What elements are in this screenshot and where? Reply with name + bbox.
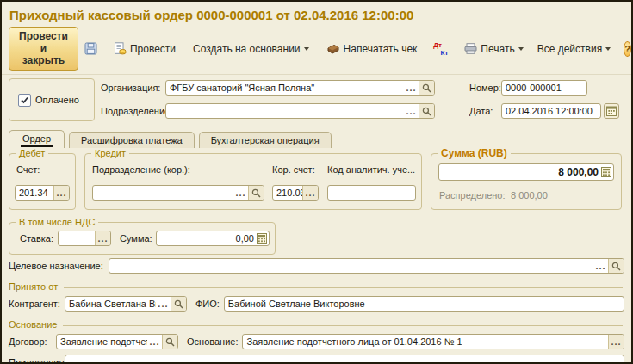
create-based-on-label: Создать на основании	[193, 43, 301, 55]
dt-kt-button[interactable]: Дт Кт	[430, 40, 451, 59]
amount-field[interactable]: 8 000,00	[438, 163, 614, 181]
credit-department-field[interactable]: ...	[92, 185, 264, 201]
calculator-icon	[257, 233, 267, 244]
choose-ellipsis-button[interactable]: ...	[95, 231, 110, 245]
sum-group: Сумма (RUB) 8 000,00 Распределено: 8 000…	[431, 153, 622, 210]
chevron-down-icon	[518, 47, 524, 53]
help-button[interactable]: ?	[624, 41, 631, 57]
choose-ellipsis-button[interactable]: ...	[156, 297, 171, 311]
magnifier-icon-button[interactable]	[162, 335, 177, 349]
distributed-label: Распределено:	[439, 190, 506, 201]
counterparty-label: Контрагент:	[9, 299, 60, 309]
basis-field[interactable]: Заявление подотчетного лица от 01.04.201…	[242, 334, 624, 349]
calendar-icon-button[interactable]	[604, 103, 619, 119]
basis-section-header: Основание	[9, 319, 624, 330]
basis-title: Основание	[9, 319, 57, 330]
fio-field[interactable]: Бабиной Светлане Викторовне	[224, 296, 624, 312]
counterparty-field[interactable]: Бабина Светлана Викторовна ...	[65, 296, 187, 312]
chevron-down-icon	[605, 47, 611, 53]
post-button-label: Провести	[130, 43, 176, 55]
debit-credit-icon: Дт Кт	[433, 42, 448, 56]
magnifier-icon	[174, 299, 183, 309]
magnifier-icon-button[interactable]	[419, 104, 434, 118]
document-header: Оплачено Организация: ФГБУ санаторий "Яс…	[2, 75, 631, 126]
post-button[interactable]: Провести	[109, 40, 180, 58]
order-tab-content: Дебет Счет: 201.34 ... Кредит Подразделе…	[2, 148, 631, 364]
choose-ellipsis-button[interactable]: ...	[53, 186, 69, 200]
credit-group-title: Кредит	[91, 148, 129, 158]
accepted-from-title: Принято от	[9, 281, 58, 292]
distributed-value: 8 000,00	[511, 190, 548, 201]
choose-ellipsis-button[interactable]: ...	[608, 335, 624, 349]
purpose-row: Целевое назначение: ...	[9, 258, 624, 274]
contract-field[interactable]: Заявление подотчетного лица от ...	[56, 334, 178, 349]
choose-ellipsis-button[interactable]: ...	[593, 259, 608, 273]
purpose-field[interactable]: ...	[109, 258, 624, 274]
date-field[interactable]: 02.04.2016 12:00:00	[501, 103, 601, 119]
basis-label: Основание:	[187, 336, 238, 347]
credit-department-label: Подразделение (кор.):	[92, 164, 190, 175]
accepted-from-section-header: Принято от	[9, 281, 624, 292]
analytic-code-field[interactable]	[327, 185, 416, 201]
create-based-on-button[interactable]: Создать на основании	[189, 40, 313, 58]
vat-group-title: В том числе НДС	[16, 217, 98, 227]
tab-order[interactable]: Ордер	[9, 130, 65, 148]
paid-checkbox-label: Оплачено	[35, 95, 79, 105]
fiscal-register-icon	[326, 43, 340, 54]
vat-sum-label: Сумма:	[120, 233, 152, 244]
debit-account-field[interactable]: 201.34 ...	[15, 185, 70, 201]
magnifier-icon	[422, 83, 431, 93]
vat-rate-field[interactable]: ...	[58, 231, 111, 246]
save-button[interactable]	[81, 40, 101, 58]
magnifier-icon-button[interactable]	[171, 297, 186, 311]
paid-checkbox[interactable]	[18, 94, 31, 107]
calculator-icon-button[interactable]	[599, 164, 613, 180]
printer-icon	[464, 43, 477, 54]
contract-label: Договор:	[9, 336, 53, 347]
tab-bar: Ордер Расшифровка платежа Бухгалтерская …	[2, 126, 631, 148]
department-label: Подразделение:	[101, 106, 172, 116]
debit-group: Дебет Счет: 201.34 ...	[9, 153, 76, 210]
number-field[interactable]: 0000-000001	[501, 80, 587, 96]
corr-account-label: Кор. счет:	[272, 164, 315, 175]
choose-ellipsis-button[interactable]: ...	[147, 335, 162, 349]
organization-field[interactable]: ФГБУ санаторий "Ясная Поляна" ...	[165, 80, 435, 96]
choose-ellipsis-button[interactable]: ...	[404, 104, 419, 118]
magnifier-icon-button[interactable]	[608, 259, 624, 273]
all-actions-label: Все действия	[537, 43, 602, 55]
all-actions-button[interactable]: Все действия	[533, 40, 615, 58]
print-check-label: Напечатать чек	[344, 43, 418, 55]
corr-account-field[interactable]: 210.03 ...	[272, 185, 319, 201]
print-check-button[interactable]: Напечатать чек	[322, 40, 422, 58]
vat-rate-label: Ставка:	[20, 233, 53, 244]
print-button[interactable]: Печать	[460, 40, 527, 58]
calculator-icon-button[interactable]	[254, 231, 269, 245]
analytic-code-label: Код аналитич. уче...	[327, 164, 415, 175]
purpose-label: Целевое назначение:	[9, 261, 103, 271]
department-field[interactable]: ...	[165, 103, 435, 119]
calculator-icon	[601, 167, 611, 177]
toolbar: Провести и закрыть Провести Создать на о…	[2, 25, 631, 75]
tab-accounting-operation[interactable]: Бухгалтерская операция	[199, 132, 332, 148]
post-and-close-button[interactable]: Провести и закрыть	[9, 27, 78, 71]
attachment-row: Приложение:	[9, 355, 624, 364]
attachment-field[interactable]	[65, 355, 624, 364]
vat-sum-field[interactable]: 0,00	[156, 231, 270, 246]
print-button-label: Печать	[481, 43, 514, 55]
number-label: Номер:	[469, 83, 501, 93]
date-label: Дата:	[469, 106, 493, 116]
tab-payment-breakdown[interactable]: Расшифровка платежа	[69, 132, 195, 148]
calendar-icon	[606, 106, 617, 116]
magnifier-icon-button[interactable]	[419, 81, 434, 95]
vat-group: В том числе НДС Ставка: ... Сумма: 0,00	[9, 222, 276, 255]
magnifier-icon	[165, 337, 175, 347]
magnifier-icon-button[interactable]	[248, 186, 264, 200]
debit-account-label: Счет:	[16, 164, 40, 175]
choose-ellipsis-button[interactable]: ...	[302, 186, 318, 200]
organization-label: Организация:	[101, 83, 160, 93]
choose-ellipsis-button[interactable]: ...	[233, 186, 248, 200]
choose-ellipsis-button[interactable]: ...	[404, 81, 419, 95]
counterparty-row: Контрагент: Бабина Светлана Викторовна .…	[9, 296, 624, 312]
floppy-disk-icon	[84, 42, 97, 55]
section-divider	[64, 287, 623, 288]
